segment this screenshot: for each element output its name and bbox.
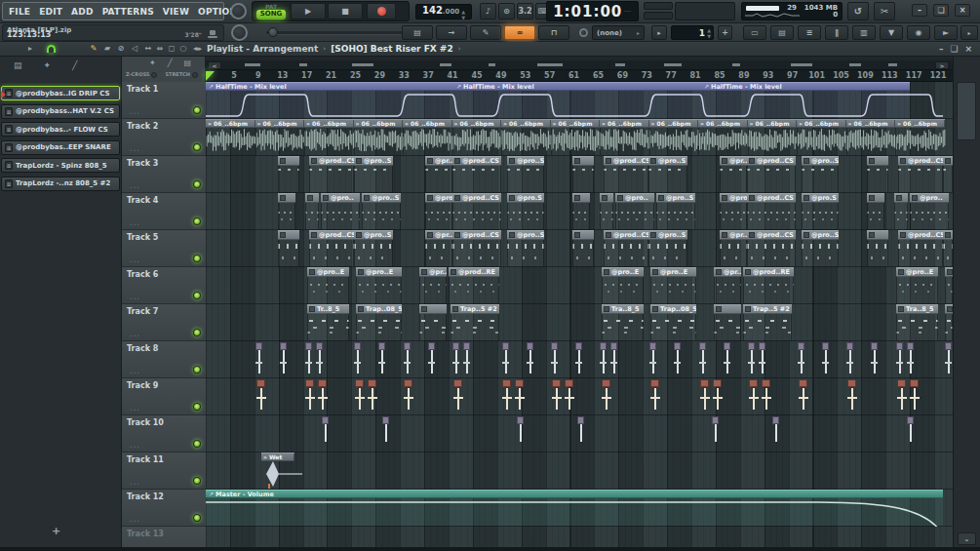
pattern-clip[interactable]: @pro..E: [602, 267, 644, 304]
audio-clip[interactable]: » 06_..6bpm: [649, 119, 699, 128]
pattern-clip[interactable]: @pro.S: [507, 193, 544, 230]
pattern-clip[interactable]: @prod..CS: [747, 193, 796, 230]
pattern-clip[interactable]: @pro..S: [656, 193, 695, 230]
step-arrow-button[interactable]: →: [436, 25, 467, 40]
clip-stub-header[interactable]: [700, 379, 709, 387]
pattern-clip[interactable]: @pr..S: [425, 230, 452, 267]
pattern-clip[interactable]: @pro..: [720, 193, 747, 230]
slider-thumb[interactable]: [268, 27, 278, 37]
menu-item-add[interactable]: ADD: [71, 7, 94, 17]
track-mute-led[interactable]: [193, 440, 201, 448]
pattern-clip[interactable]: @prod..CS: [309, 230, 354, 267]
track-header[interactable]: Track 12...: [122, 490, 206, 527]
mixer-button[interactable]: ∥: [825, 25, 848, 40]
zcross-toggle[interactable]: Z-CROSS: [126, 71, 157, 78]
audio-clip[interactable]: » 06_..6bpm: [304, 119, 354, 128]
overview-scroll-left[interactable]: <: [208, 61, 221, 69]
playlist-track-row[interactable]: [206, 341, 953, 378]
menu-item-view[interactable]: VIEW: [163, 7, 189, 17]
clip-stub-header[interactable]: [452, 342, 459, 350]
pattern-clip[interactable]: @prod..RE: [449, 267, 499, 304]
metronome-button[interactable]: ♪: [480, 3, 496, 20]
pattern-clip[interactable]: @prod..CS: [604, 156, 648, 193]
automation-clip[interactable]: ↗HalfTime - Mix level: [701, 82, 910, 91]
clip-stub-header[interactable]: [502, 379, 511, 387]
touch-button[interactable]: ◉: [907, 25, 930, 40]
pattern-clip[interactable]: @pro..S: [354, 230, 393, 267]
record-button[interactable]: [367, 3, 396, 20]
pattern-number-field[interactable]: 1▲▼: [671, 25, 714, 40]
clip-stub-header[interactable]: [798, 342, 804, 350]
channel-button[interactable]: ≡@prodbybas..IG DRIP CS: [1, 86, 120, 100]
clip-stub-header[interactable]: [713, 379, 722, 387]
clip-stub-header[interactable]: [453, 379, 462, 387]
pattern-clip[interactable]: [572, 230, 594, 267]
clip-stub-header[interactable]: [847, 379, 856, 387]
draw-tool-icon[interactable]: ✎: [88, 44, 99, 53]
crossfade-view-icon[interactable]: ✦: [44, 60, 52, 78]
clip-stub-header[interactable]: [945, 342, 952, 350]
track-options-dots[interactable]: ...: [130, 331, 140, 338]
clip-stub-header[interactable]: [759, 342, 765, 350]
slope-view-icon[interactable]: ╱: [72, 60, 77, 78]
track-options-dots[interactable]: ...: [130, 219, 140, 227]
pattern-clip[interactable]: Tra..8_5: [896, 304, 938, 341]
pattern-clip[interactable]: [945, 267, 953, 304]
mute-tool-icon[interactable]: ◁: [129, 44, 140, 53]
pattern-clip[interactable]: @pro..: [615, 193, 654, 230]
pattern-clip[interactable]: [943, 156, 953, 193]
pattern-clip[interactable]: Trap..5 #2: [451, 304, 499, 341]
audio-clip[interactable]: » 06_..6bpm: [403, 119, 452, 128]
preview-tool-icon[interactable]: ◂: [189, 44, 201, 53]
draw-button[interactable]: ✎: [470, 25, 501, 40]
channel-button[interactable]: ≡@prodbybas..- FLOW CS: [1, 122, 120, 137]
pattern-clip[interactable]: [600, 193, 613, 230]
sync-button[interactable]: ↺: [847, 2, 869, 20]
link-knob[interactable]: [579, 28, 588, 37]
pattern-clip[interactable]: @pro..S: [507, 230, 544, 267]
pattern-clip[interactable]: [572, 193, 590, 230]
track-mute-led[interactable]: [193, 514, 201, 522]
pattern-clip[interactable]: @prod..CS: [747, 230, 796, 267]
clip-stub-header[interactable]: [907, 416, 914, 424]
track-mute-led[interactable]: [193, 217, 201, 225]
track-mute-led[interactable]: [193, 403, 201, 411]
track-options-dots[interactable]: ...: [130, 294, 140, 301]
clip-stub-header[interactable]: [762, 379, 770, 387]
select-tool-icon[interactable]: ◻: [166, 44, 177, 53]
audio-clip[interactable]: » 06_..6bpm: [797, 119, 846, 128]
scrollbar-thumb[interactable]: [957, 82, 976, 140]
track-mute-led[interactable]: [193, 329, 201, 336]
automation-clip[interactable]: ↗HalfTime - Mix level: [206, 82, 453, 91]
pat-label[interactable]: PAT: [265, 4, 277, 10]
track-mute-led[interactable]: [193, 180, 201, 188]
clip-stub-header[interactable]: [515, 379, 524, 387]
track-header[interactable]: Track 3...: [122, 156, 206, 193]
pattern-clip[interactable]: [278, 230, 299, 267]
pattern-clip[interactable]: @pro..S: [354, 156, 393, 193]
clip-stub-header[interactable]: [316, 342, 323, 350]
playlist-track-row[interactable]: » Wet: [206, 453, 953, 490]
pattern-clip[interactable]: Tr..8_5: [307, 304, 349, 341]
track-mute-led[interactable]: [193, 143, 201, 151]
breadcrumb-arrangement[interactable]: Playlist - Arrangement: [207, 44, 318, 54]
pattern-clip[interactable]: [278, 156, 299, 193]
stretch-tool-icon[interactable]: ↔: [142, 44, 154, 53]
pattern-clip[interactable]: @pro..S: [802, 230, 839, 267]
menu-item-edit[interactable]: EDIT: [39, 7, 62, 17]
clip-stub-header[interactable]: [404, 342, 411, 350]
playlist-timeline-ruler[interactable]: 5913172125293337414549535761656973778185…: [206, 70, 953, 82]
stop-button[interactable]: ■: [328, 3, 363, 20]
pattern-clip[interactable]: @pr..S: [425, 156, 452, 193]
pattern-clip[interactable]: @pro..E: [356, 267, 402, 304]
track-header[interactable]: Track 1...: [122, 82, 206, 119]
clip-stub-header[interactable]: [355, 379, 364, 387]
clip-stub-header[interactable]: [368, 379, 376, 387]
pattern-clip[interactable]: [894, 193, 908, 230]
pattern-clip[interactable]: @pr..S: [720, 156, 747, 193]
clip-stub-header[interactable]: [649, 342, 656, 350]
clip-stub-header[interactable]: [907, 342, 914, 350]
clip-stub-header[interactable]: [517, 416, 524, 424]
playlist-track-row[interactable]: [206, 378, 953, 415]
hint-knob[interactable]: [231, 24, 248, 41]
